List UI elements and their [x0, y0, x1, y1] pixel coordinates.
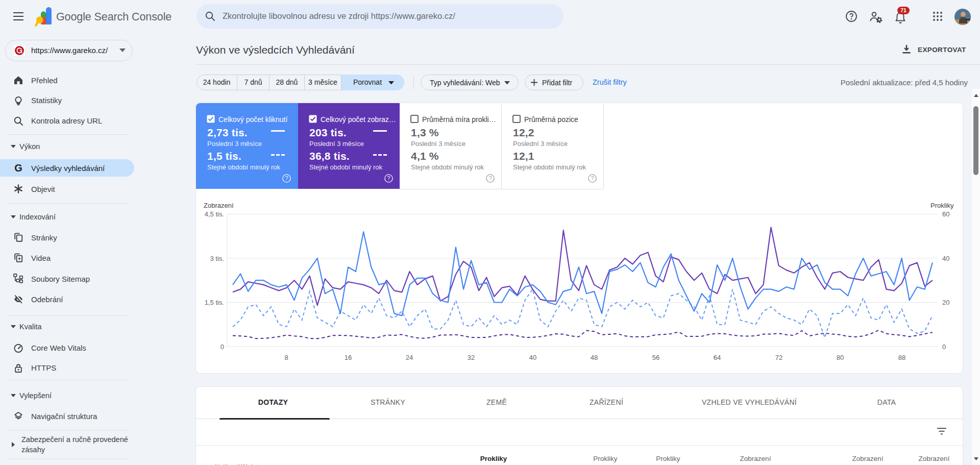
svg-text:0: 0 [942, 343, 946, 351]
svg-text:64: 64 [714, 354, 721, 361]
svg-text:1,5 tis.: 1,5 tis. [205, 299, 224, 306]
svg-text:72: 72 [775, 354, 782, 361]
svg-text:8: 8 [284, 354, 288, 361]
svg-text:88: 88 [898, 354, 905, 361]
svg-text:16: 16 [345, 354, 352, 361]
svg-text:32: 32 [468, 354, 475, 361]
svg-text:48: 48 [591, 354, 598, 361]
svg-text:4,5 tis.: 4,5 tis. [205, 210, 224, 218]
svg-text:Prokliky: Prokliky [930, 202, 954, 209]
svg-text:60: 60 [942, 210, 949, 218]
svg-text:0: 0 [220, 343, 224, 351]
svg-text:3 tis.: 3 tis. [210, 255, 224, 262]
svg-text:80: 80 [837, 354, 844, 361]
svg-text:40: 40 [942, 255, 949, 262]
svg-text:G: G [14, 163, 22, 173]
svg-text:20: 20 [942, 299, 949, 306]
svg-text:Zobrazení: Zobrazení [204, 202, 234, 209]
svg-text:24: 24 [406, 354, 413, 361]
svg-text:56: 56 [652, 354, 659, 361]
svg-text:40: 40 [529, 354, 536, 361]
